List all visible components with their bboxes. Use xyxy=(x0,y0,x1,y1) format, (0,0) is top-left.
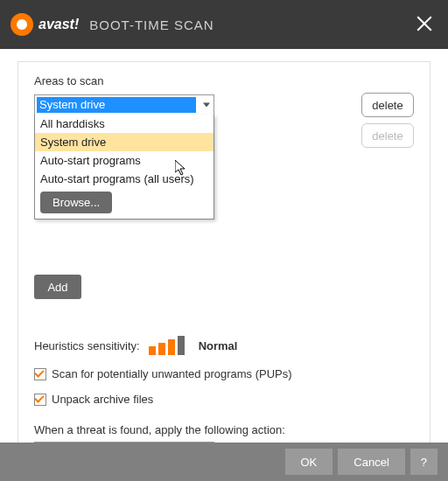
delete-button-1[interactable]: delete xyxy=(361,93,414,117)
sensitivity-bars-icon[interactable] xyxy=(149,336,185,355)
avast-logo-icon xyxy=(10,13,33,36)
area-select-1[interactable]: System drive xyxy=(34,94,214,115)
browse-button[interactable]: Browse... xyxy=(40,192,112,213)
dropdown-option-autostart[interactable]: Auto-start programs xyxy=(35,151,214,170)
heuristics-label: Heuristics sensitivity: xyxy=(34,339,140,352)
area-row-1: System drive delete xyxy=(34,93,414,117)
checkbox-unpack-row[interactable]: Unpack archive files xyxy=(34,393,414,406)
checkbox-pups-row[interactable]: Scan for potentially unwanted programs (… xyxy=(34,367,414,380)
checkbox-pups[interactable] xyxy=(34,368,46,380)
areas-label: Areas to scan xyxy=(34,74,414,87)
delete-button-disabled: delete xyxy=(361,123,414,148)
title-bar: avast! BOOT-TIME SCAN xyxy=(0,0,448,49)
footer-bar: OK Cancel ? xyxy=(0,443,448,481)
cancel-button[interactable]: Cancel xyxy=(338,449,404,475)
checkbox-pups-label: Scan for potentially unwanted programs (… xyxy=(52,367,292,380)
help-button[interactable]: ? xyxy=(410,449,438,475)
window-title: BOOT-TIME SCAN xyxy=(89,17,214,32)
dropdown-option-autostart-allusers[interactable]: Auto-start programs (all users) xyxy=(35,170,214,188)
checkbox-unpack-label: Unpack archive files xyxy=(52,393,153,406)
heuristics-row: Heuristics sensitivity: Normal xyxy=(34,336,414,355)
area-select-value: System drive xyxy=(37,97,196,113)
ok-button[interactable]: OK xyxy=(285,449,333,475)
dropdown-option-system-drive[interactable]: System drive xyxy=(35,133,214,151)
close-icon[interactable] xyxy=(415,14,434,33)
area-dropdown: All harddisks System drive Auto-start pr… xyxy=(34,115,214,220)
brand-text: avast! xyxy=(38,17,79,32)
chevron-down-icon xyxy=(203,103,210,108)
add-button[interactable]: Add xyxy=(34,275,81,299)
dropdown-option-all-harddisks[interactable]: All harddisks xyxy=(35,115,214,133)
settings-panel: Areas to scan System drive delete delete… xyxy=(18,61,430,479)
checkbox-unpack[interactable] xyxy=(34,394,46,406)
heuristics-value: Normal xyxy=(199,339,238,352)
brand-logo: avast! BOOT-TIME SCAN xyxy=(10,13,214,36)
threat-action-label: When a threat is found, apply the follow… xyxy=(34,423,414,436)
